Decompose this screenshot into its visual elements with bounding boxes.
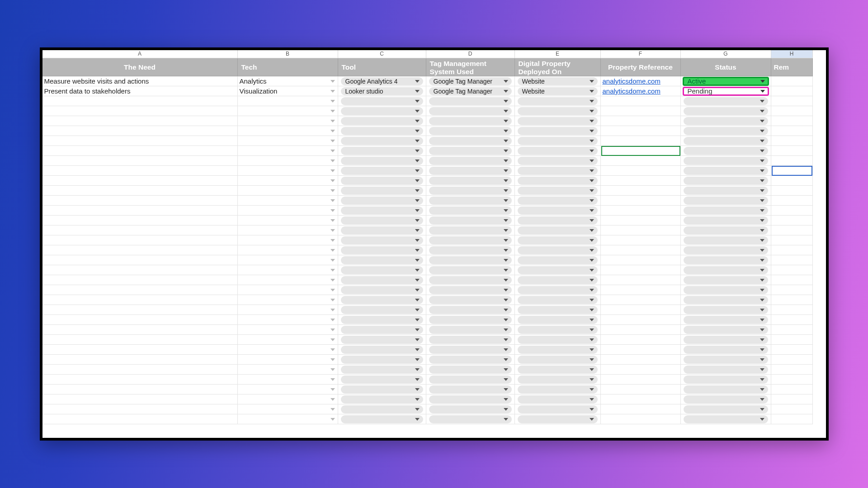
dropdown-caret-icon[interactable]: [504, 249, 508, 252]
dropdown-caret-icon[interactable]: [504, 279, 508, 282]
cell-need-r20[interactable]: [42, 275, 238, 285]
cell-rem-r22[interactable]: [771, 295, 813, 305]
cell-status-r25[interactable]: [681, 325, 771, 335]
cell-status-r9[interactable]: [681, 166, 771, 176]
cell-tech-r25[interactable]: [238, 325, 338, 335]
cell-tms-r23-chip[interactable]: [429, 306, 512, 314]
dropdown-caret-icon[interactable]: [590, 100, 594, 103]
dropdown-caret-icon[interactable]: [760, 328, 764, 331]
dropdown-caret-icon[interactable]: [330, 150, 335, 152]
cell-tech-r33[interactable]: [238, 404, 338, 414]
dropdown-caret-icon[interactable]: [415, 100, 420, 103]
cell-tms-r12[interactable]: [426, 196, 515, 206]
cell-tms-r3-chip[interactable]: [429, 107, 512, 115]
cell-property-r28-chip[interactable]: [518, 356, 598, 364]
cell-tech-r29[interactable]: [238, 365, 338, 375]
cell-tool-r27[interactable]: [338, 345, 426, 355]
dropdown-caret-icon[interactable]: [760, 249, 764, 252]
dropdown-caret-icon[interactable]: [330, 259, 335, 262]
cell-status-r4-chip[interactable]: [684, 117, 768, 125]
dropdown-caret-icon[interactable]: [504, 219, 508, 222]
dropdown-caret-icon[interactable]: [330, 189, 335, 192]
cell-need-r33[interactable]: [42, 404, 238, 414]
cell-tms-r13[interactable]: [426, 206, 515, 216]
cell-status-r10-chip[interactable]: [684, 177, 768, 185]
cell-ref-r21[interactable]: [601, 285, 681, 295]
cell-ref-r19[interactable]: [601, 265, 681, 275]
cell-rem-r31[interactable]: [771, 385, 813, 394]
cell-status-r2[interactable]: [681, 96, 771, 106]
cell-status-r33[interactable]: [681, 404, 771, 414]
dropdown-caret-icon[interactable]: [590, 319, 594, 321]
cell-need-r25[interactable]: [42, 325, 238, 335]
cell-status-r1[interactable]: Pending: [681, 86, 771, 96]
cell-property-r8[interactable]: [515, 156, 601, 166]
cell-property-r28[interactable]: [515, 355, 601, 365]
dropdown-caret-icon[interactable]: [504, 408, 508, 411]
dropdown-caret-icon[interactable]: [415, 219, 420, 222]
ref-link-r1[interactable]: analyticsdome.com: [603, 87, 660, 95]
cell-tool-r0[interactable]: Google Analytics 4: [338, 76, 426, 86]
cell-tool-r7[interactable]: [338, 146, 426, 156]
column-header-b[interactable]: B: [238, 50, 338, 58]
cell-status-r34[interactable]: [681, 414, 771, 424]
dropdown-caret-icon[interactable]: [415, 398, 420, 401]
cell-tms-r29-chip[interactable]: [429, 366, 512, 374]
cell-property-r0-chip[interactable]: Website: [518, 77, 598, 85]
cell-rem-r23[interactable]: [771, 305, 813, 315]
cell-status-r3[interactable]: [681, 106, 771, 116]
dropdown-caret-icon[interactable]: [330, 269, 335, 272]
dropdown-caret-icon[interactable]: [504, 140, 508, 142]
cell-status-r11[interactable]: [681, 186, 771, 196]
dropdown-caret-icon[interactable]: [504, 100, 508, 103]
cell-tms-r31[interactable]: [426, 385, 515, 394]
cell-tms-r8-chip[interactable]: [429, 157, 512, 165]
cell-ref-r15[interactable]: [601, 225, 681, 235]
cell-ref-r5[interactable]: [601, 126, 681, 136]
dropdown-caret-icon[interactable]: [760, 309, 764, 311]
dropdown-caret-icon[interactable]: [330, 169, 335, 172]
dropdown-caret-icon[interactable]: [415, 388, 420, 391]
cell-tool-r15-chip[interactable]: [341, 226, 423, 235]
header-a[interactable]: The Need: [42, 58, 238, 76]
cell-status-r2-chip[interactable]: [684, 97, 768, 105]
cell-need-r34[interactable]: [42, 414, 238, 424]
cell-rem-r11[interactable]: [771, 186, 813, 196]
cell-tms-r17-chip[interactable]: [429, 246, 512, 254]
cell-tech-r21[interactable]: [238, 285, 338, 295]
dropdown-caret-icon[interactable]: [760, 189, 764, 192]
cell-need-r3[interactable]: [42, 106, 238, 116]
cell-property-r22[interactable]: [515, 295, 601, 305]
cell-tms-r30[interactable]: [426, 375, 515, 385]
cell-property-r29-chip[interactable]: [518, 366, 598, 374]
cell-property-r6-chip[interactable]: [518, 137, 598, 145]
cell-rem-r8[interactable]: [771, 156, 813, 166]
dropdown-caret-icon[interactable]: [590, 199, 594, 202]
cell-property-r26-chip[interactable]: [518, 336, 598, 344]
cell-property-r23-chip[interactable]: [518, 306, 598, 314]
cell-status-r12-chip[interactable]: [684, 197, 768, 205]
cell-tms-r34-chip[interactable]: [429, 415, 512, 423]
dropdown-caret-icon[interactable]: [330, 90, 335, 93]
cell-tool-r15[interactable]: [338, 225, 426, 235]
cell-tech-r19[interactable]: [238, 265, 338, 275]
cell-tms-r28-chip[interactable]: [429, 356, 512, 364]
dropdown-caret-icon[interactable]: [504, 160, 508, 162]
cell-tms-r32[interactable]: [426, 394, 515, 404]
dropdown-caret-icon[interactable]: [504, 150, 508, 152]
cell-status-r22-chip[interactable]: [684, 296, 768, 304]
cell-ref-r32[interactable]: [601, 394, 681, 404]
cell-tms-r25[interactable]: [426, 325, 515, 335]
cell-property-r19-chip[interactable]: [518, 266, 598, 274]
cell-need-r27[interactable]: [42, 345, 238, 355]
cell-tool-r11[interactable]: [338, 186, 426, 196]
cell-ref-r9[interactable]: [601, 166, 681, 176]
cell-status-r16-chip[interactable]: [684, 236, 768, 244]
dropdown-caret-icon[interactable]: [330, 338, 335, 341]
cell-tms-r28[interactable]: [426, 355, 515, 365]
cell-property-r33[interactable]: [515, 404, 601, 414]
dropdown-caret-icon[interactable]: [760, 299, 764, 301]
cell-tool-r32[interactable]: [338, 394, 426, 404]
cell-property-r20-chip[interactable]: [518, 276, 598, 284]
cell-tech-r14[interactable]: [238, 216, 338, 225]
